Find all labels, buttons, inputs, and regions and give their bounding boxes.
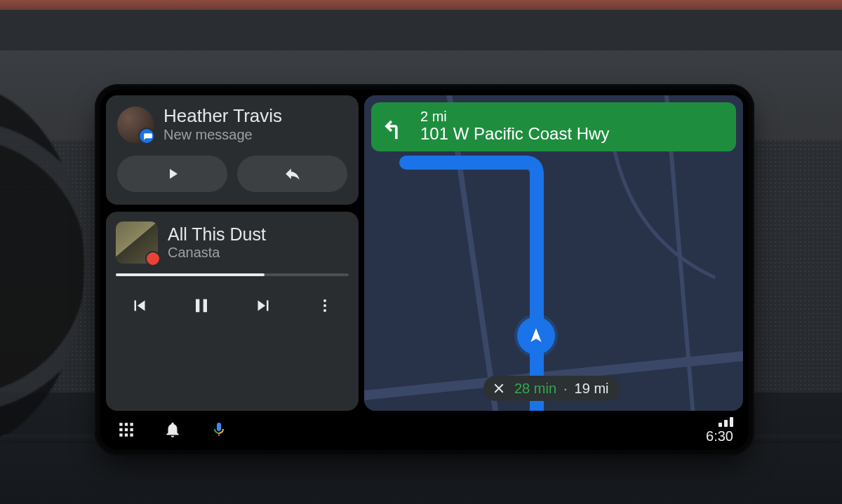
eta-time: 28 min [514,381,556,397]
message-notification-card[interactable]: Heather Travis New message [106,95,359,205]
album-art [116,222,158,264]
bell-icon [163,421,182,439]
svg-rect-9 [130,428,133,431]
svg-rect-11 [125,433,128,436]
turn-distance: 2 mi [420,109,609,123]
assistant-mic-icon [210,420,227,440]
apps-grid-icon [117,421,135,439]
notifications-button[interactable] [159,416,186,443]
svg-point-0 [323,299,326,302]
pause-icon [190,294,213,317]
pause-button[interactable] [182,286,221,325]
turn-left-icon [380,111,410,142]
eta-distance: 19 mi [575,381,609,397]
skip-previous-icon [129,295,150,316]
skip-next-icon [253,295,274,316]
svg-rect-6 [130,423,133,425]
svg-rect-10 [119,433,122,436]
svg-rect-8 [125,428,128,431]
sender-name: Heather Travis [163,107,282,125]
eta-close-button[interactable] [490,380,507,397]
play-icon [164,165,181,182]
android-auto-screen: Heather Travis New message [100,90,749,450]
sender-avatar [117,107,154,143]
more-vert-icon [316,297,333,314]
svg-rect-4 [119,423,122,425]
media-overflow-button[interactable] [305,286,345,325]
eta-chip[interactable]: 28 min · 19 mi [483,376,620,401]
track-title: All This Dust [168,225,266,243]
previous-track-button[interactable] [120,286,159,325]
svg-rect-5 [125,423,128,425]
close-icon [493,382,505,395]
system-bar: 6:30 [100,411,749,450]
media-progress-fill [116,273,265,276]
media-progress-bar[interactable] [116,273,349,276]
turn-banner[interactable]: 2 mi 101 W Pacific Coast Hwy [371,102,736,151]
next-track-button[interactable] [243,286,283,325]
clock: 6:30 [706,428,733,444]
eta-separator: · [563,381,568,397]
app-launcher-button[interactable] [113,416,140,443]
svg-rect-12 [130,433,133,436]
reply-button[interactable] [237,156,347,192]
svg-rect-7 [119,428,122,431]
notification-subtitle: New message [163,127,282,143]
navigation-arrow-icon [527,327,545,345]
navigation-map-panel[interactable]: 2 mi 101 W Pacific Coast Hwy 28 min · 19… [364,95,743,411]
reply-icon [283,165,302,183]
steering-wheel [0,84,84,449]
current-location-marker [517,317,555,355]
media-controls [116,283,349,327]
media-player-card[interactable]: All This Dust Canasta [106,212,359,411]
play-message-button[interactable] [117,156,227,192]
media-header: All This Dust Canasta [116,222,349,264]
cell-signal-icon [719,416,733,427]
svg-point-2 [323,309,326,312]
turn-road-name: 101 W Pacific Coast Hwy [420,125,609,143]
track-artist: Canasta [168,245,266,261]
main-split-view: Heather Travis New message [100,90,749,411]
infotainment-device: Heather Travis New message [95,84,754,456]
notification-header: Heather Travis New message [117,107,347,143]
voice-assistant-button[interactable] [206,416,232,443]
messages-badge-icon [143,132,153,142]
left-column: Heather Travis New message [106,95,359,411]
svg-point-1 [323,304,326,307]
